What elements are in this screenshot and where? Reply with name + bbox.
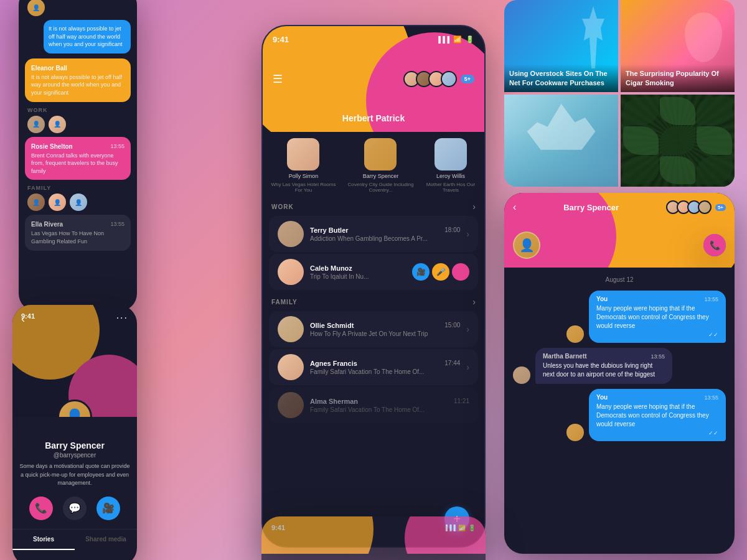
msg-content-agnes: Agnes Francis 17:44 Family Safari Vacati… — [310, 360, 460, 375]
avatar-fam3: 👤 — [70, 194, 87, 211]
story-item-barry[interactable]: Barry Spencer Coventry City Guide Includ… — [343, 138, 418, 193]
msg-item-caleb[interactable]: Caleb Munoz Trip To Iqaluit In Nu... 🎥 🎤 — [269, 254, 478, 290]
story-subtitle-polly: Why Las Vegas Hotel Rooms For You — [269, 182, 338, 193]
family-section-header: FAMILY › — [263, 292, 484, 309]
profile-header: 9:41 ··· 👤 ‹ — [12, 305, 137, 417]
msg-card-rosie[interactable]: Rosie Shelton 13:55 Brent Conrad talks w… — [25, 137, 131, 180]
p3-status-icons: ▐▐▐ 📶 🔋 — [436, 35, 474, 44]
bubble-row-you2: You 13:55 Many people were hoping that i… — [513, 389, 726, 441]
work-section-header: WORK › — [263, 197, 484, 214]
bubble-check-you1: ✓✓ — [596, 332, 718, 338]
section-work: WORK — [27, 107, 128, 113]
phone3-header: 9:41 ▐▐▐ 📶 🔋 ☰ 5+ Herbert Patrick — [263, 26, 484, 132]
p5-signal: ▐▐▐ — [444, 525, 456, 531]
p3-time: 9:41 — [273, 35, 289, 44]
video-button[interactable]: 🎥 — [96, 497, 120, 520]
bubble-you2: You 13:55 Many people were hoping that i… — [589, 389, 726, 441]
chat-back-button[interactable]: ‹ — [513, 202, 516, 213]
story-subtitle-leroy: Mother Earth Hos Our Travels — [423, 182, 478, 193]
msg-time-agnes: 17:44 — [444, 360, 460, 367]
statue-decoration — [575, 6, 612, 68]
bubble-row-martha: Martha Barnett 13:55 Unless you have the… — [513, 348, 726, 384]
chat-call-button[interactable]: 📞 — [703, 234, 726, 256]
bubble-time-you2: 13:55 — [704, 394, 718, 401]
stories-row: Polly Simon Why Las Vegas Hotel Rooms Fo… — [263, 132, 484, 197]
msg-content-caleb: Caleb Munoz Trip To Iqaluit In Nu... — [310, 264, 406, 280]
chat-profile-row: 👤 📞 🎥 — [513, 231, 726, 259]
p5-wifi: 📶 — [458, 525, 466, 531]
chevron-agnes: › — [466, 362, 469, 372]
msg-preview: It is not always possible to jet off hal… — [31, 73, 125, 97]
msg-preview-rosie: Brent Conrad talks with everyone from, f… — [31, 152, 125, 175]
family-arrow-icon[interactable]: › — [472, 297, 476, 307]
avatar-user1: 👤 — [27, 0, 45, 16]
chat-contact-name: Barry Spencer — [563, 203, 619, 212]
chat-header: ‹ Barry Spencer 5+ 👤 📞 🎥 — [504, 193, 735, 268]
msg-preview-caleb: Trip To Iqaluit In Nu... — [310, 273, 406, 280]
profile-info: Barry Spencer @barryspencer Some days a … — [12, 441, 137, 488]
msg-av-alma — [278, 392, 304, 418]
msg-item-ollie[interactable]: Ollie Schmidt 15:00 How To Fly A Private… — [269, 311, 478, 347]
avatar-fam1: 👤 — [27, 194, 45, 211]
story-item-leroy[interactable]: Leroy Willis Mother Earth Hos Our Travel… — [423, 138, 478, 193]
p5-battery: 🔋 — [468, 525, 476, 531]
back-button[interactable]: ‹ — [21, 312, 25, 325]
bubble-row-you1: You 13:55 Many people were hoping that i… — [513, 291, 726, 343]
tab-shared-media[interactable]: Shared media — [75, 530, 137, 550]
chat-messages: August 12 You 13:55 Many people were hop… — [504, 268, 735, 447]
wifi-icon: 📶 — [453, 35, 462, 44]
chat-topbar: ‹ Barry Spencer 5+ — [513, 200, 726, 214]
msg-preview-agnes: Family Safari Vacation To The Home Of... — [310, 368, 460, 375]
msg-content-ollie: Ollie Schmidt 15:00 How To Fly A Private… — [310, 322, 460, 337]
msg-card-eleanor[interactable]: Eleanor Ball It is not always possible t… — [25, 58, 131, 102]
message-button[interactable]: 💬 — [63, 497, 87, 520]
bubble-check-you2: ✓✓ — [596, 430, 718, 436]
p3-av4 — [441, 71, 457, 87]
news-card-cigar[interactable]: The Surprising Popularity Of Cigar Smoki… — [621, 0, 735, 92]
chevron-terry: › — [466, 229, 469, 239]
msg-name-ollie: Ollie Schmidt — [310, 322, 354, 329]
msg-av-ollie — [278, 316, 304, 342]
news-overlay-2: The Surprising Popularity Of Cigar Smoki… — [621, 64, 735, 92]
message-bubble-top: It is not always possible to jet off hal… — [44, 20, 131, 54]
mic-badge[interactable]: 🎤 — [432, 263, 449, 281]
msg-preview-ollie: How To Fly A Private Jet On Your Next Tr… — [310, 330, 460, 337]
msg-item-alma[interactable]: Alma Sherman 11:21 Family Safari Vacatio… — [269, 387, 478, 423]
msg-item-agnes[interactable]: Agnes Francis 17:44 Family Safari Vacati… — [269, 349, 478, 385]
profile-actions: 📞 💬 🎥 — [12, 497, 137, 520]
p3-username: Herbert Patrick — [342, 113, 405, 123]
story-name-polly: Polly Simon — [289, 173, 319, 179]
call-button[interactable]: 📞 — [29, 497, 53, 520]
msg-badge[interactable] — [452, 263, 469, 281]
phone-main-messages: 9:41 ▐▐▐ 📶 🔋 ☰ 5+ Herbert Patrick Polly … — [261, 25, 486, 548]
tab-stories[interactable]: Stories — [12, 530, 75, 550]
msg-av-terry — [278, 221, 304, 247]
phone-left-messages: 👤 It is not always possible to jet off h… — [19, 0, 137, 311]
p5-bg-pink — [405, 516, 486, 554]
bubble-name-martha: Martha Barnett — [543, 353, 587, 360]
chat-more-badge: 5+ — [715, 204, 726, 211]
chat-av4 — [698, 200, 712, 214]
phone-profile: 9:41 ··· 👤 ‹ Barry Spencer @barryspencer… — [12, 305, 137, 560]
news-card-tobacco[interactable] — [621, 95, 735, 187]
news-card-overstock[interactable]: Using Overstock Sites On The Net For Coo… — [504, 0, 618, 92]
news-card-glacier[interactable] — [504, 95, 618, 187]
msg-sender: Eleanor Ball — [31, 65, 125, 72]
chat-avatars — [666, 200, 712, 214]
msg-av-caleb — [278, 259, 304, 285]
work-arrow-icon[interactable]: › — [472, 202, 476, 212]
msg-name-alma: Alma Sherman — [310, 398, 358, 405]
msg-card-ella[interactable]: Ella Rivera 13:55 Las Vegas How To Have … — [25, 215, 131, 250]
bubble-av-you2 — [566, 424, 584, 441]
video-badge[interactable]: 🎥 — [412, 263, 430, 281]
bubble-name-you1: You — [596, 296, 608, 302]
msg-item-terry[interactable]: Terry Butler 18:00 Addiction When Gambli… — [269, 216, 478, 252]
news-title-1: Using Overstock Sites On The Net For Coo… — [509, 69, 613, 87]
news-title-2: The Surprising Popularity Of Cigar Smoki… — [626, 69, 730, 87]
action-badges-caleb: 🎥 🎤 — [412, 263, 469, 281]
p3-avatars — [403, 71, 457, 87]
phone-chat: ‹ Barry Spencer 5+ 👤 📞 🎥 — [504, 193, 735, 554]
story-item-polly[interactable]: Polly Simon Why Las Vegas Hotel Rooms Fo… — [269, 138, 338, 193]
hamburger-menu[interactable]: ☰ — [273, 72, 283, 86]
profile-more-btn[interactable]: ··· — [116, 312, 128, 324]
